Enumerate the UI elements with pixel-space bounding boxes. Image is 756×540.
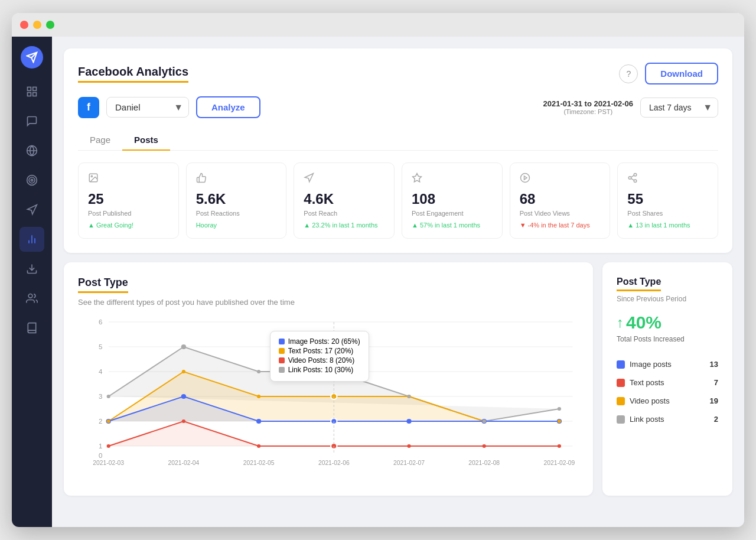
sidebar-item-audience[interactable] [19,286,44,311]
stat-label-engagement: Post Engagement [412,210,493,217]
svg-point-51 [181,394,186,399]
analyze-button[interactable]: Analyze [196,96,260,118]
app-window: Facebook Analytics ? Download f Daniel ▼ [12,13,744,527]
account-select-wrapper[interactable]: Daniel ▼ [106,97,189,118]
minimize-button[interactable] [33,21,41,29]
page-title: Facebook Analytics [78,65,188,83]
svg-point-52 [256,419,261,424]
date-range-text: 2021-01-31 to 2021-02-06 [543,99,634,108]
svg-marker-20 [524,176,527,180]
stat-change-published: ▲Great Going! [88,222,169,229]
stat-label-reactions: Post Reactions [196,210,277,217]
stat-reach: 4.6K Post Reach ▲23.2% in last 1 months [294,162,395,239]
stat-change-engagement: ▲57% in last 1 months [412,222,493,229]
svg-text:3: 3 [99,393,102,400]
tooltip-image-label: Image Posts: 20 (65%) [288,337,360,346]
svg-text:1: 1 [99,443,102,450]
legend-card: Post Type Since Previous Period ↑ 40% To… [602,262,732,496]
svg-text:4: 4 [99,368,102,375]
legend-count-text: 7 [714,378,718,387]
sidebar-item-network[interactable] [19,138,44,163]
svg-point-22 [629,177,632,180]
chart-tooltip: Image Posts: 20 (65%) Text Posts: 17 (20… [270,331,369,382]
legend-item-text: Text posts 7 [617,373,718,392]
period-dropdown[interactable]: Last 7 days Last 30 days Last 90 days [640,97,718,118]
tooltip-text-dot [279,348,285,354]
legend-since: Since Previous Period [617,295,718,303]
svg-rect-3 [33,87,37,91]
stat-change-shares: ▲13 in last 1 months [627,222,708,229]
svg-line-25 [631,175,634,177]
tooltip-image: Image Posts: 20 (65%) [279,337,360,346]
chart-card: Post Type See the different types of pos… [64,262,593,496]
maximize-button[interactable] [46,21,54,29]
svg-text:2021-02-05: 2021-02-05 [243,460,275,466]
svg-text:2021-02-09: 2021-02-09 [543,460,575,466]
svg-point-65 [182,419,185,423]
tooltip-text: Text Posts: 17 (20%) [279,347,360,355]
tab-page[interactable]: Page [78,130,122,151]
svg-text:0: 0 [99,452,102,459]
legend-count-image: 13 [710,360,718,369]
svg-marker-18 [413,174,422,182]
legend-dot-image [617,360,625,369]
svg-text:2021-02-07: 2021-02-07 [393,460,425,466]
sidebar-item-library[interactable] [19,315,44,340]
sidebar-item-megaphone[interactable] [19,197,44,222]
sidebar-item-chat[interactable] [19,109,44,134]
svg-point-17 [91,175,92,177]
svg-point-59 [257,395,260,398]
stat-value-shares: 55 [627,191,708,207]
help-button[interactable]: ? [619,64,638,83]
close-button[interactable] [20,21,28,29]
sidebar-item-target[interactable] [19,168,44,193]
controls-row: f Daniel ▼ Analyze 2021-01-31 to 2021-02… [78,96,718,118]
stat-change-reactions: Hooray [196,222,277,229]
tooltip-video-dot [279,357,285,363]
legend-label-link: Link posts [630,415,664,424]
stats-grid: 25 Post Published ▲Great Going! [78,162,718,239]
account-dropdown[interactable]: Daniel [106,97,189,118]
svg-point-57 [107,419,110,423]
legend-increase: ↑ 40% [617,313,718,333]
legend-label-text: Text posts [630,378,664,387]
tab-posts[interactable]: Posts [122,130,170,151]
stat-label-video-views: Post Video Views [520,210,601,217]
legend-item-link: Link posts 2 [617,410,718,428]
legend-count-video: 19 [710,396,718,405]
legend-dot-video [617,397,625,405]
increase-arrow: ↑ [617,314,624,331]
stat-change-reach: ▲23.2% in last 1 months [304,222,384,229]
main-content: Facebook Analytics ? Download f Daniel ▼ [52,37,744,527]
sidebar-logo[interactable] [21,46,43,69]
download-button[interactable]: Download [645,63,718,84]
reach-icon [304,173,384,186]
app-body: Facebook Analytics ? Download f Daniel ▼ [12,37,744,527]
stat-value-engagement: 108 [412,191,493,207]
svg-text:6: 6 [99,318,102,326]
stat-value-published: 25 [88,191,169,207]
tabs: Page Posts [78,130,718,151]
sidebar-item-dashboard[interactable] [19,79,44,104]
stat-label-shares: Post Shares [627,210,708,217]
period-select-wrapper[interactable]: Last 7 days Last 30 days Last 90 days ▼ [640,97,718,118]
svg-point-15 [28,294,32,298]
stat-video-views: 68 Post Video Views ▼-4% in the last 7 d… [510,162,611,239]
legend-item-image: Image posts 13 [617,355,718,373]
sidebar [12,37,52,527]
tooltip-image-dot [279,339,285,344]
post-published-icon [88,173,169,186]
tooltip-video: Video Posts: 8 (20%) [279,356,360,365]
sidebar-item-analytics[interactable] [19,227,44,252]
svg-text:2: 2 [99,418,102,425]
legend-title: Post Type [617,276,661,291]
reactions-icon [196,173,277,186]
svg-point-68 [407,444,410,448]
svg-point-71 [107,395,110,398]
stat-post-published: 25 Post Published ▲Great Going! [78,162,179,239]
svg-point-70 [558,444,561,448]
svg-point-72 [181,344,186,349]
sidebar-item-download[interactable] [19,256,44,281]
chart-title: Post Type [78,276,128,293]
svg-point-58 [182,370,185,373]
